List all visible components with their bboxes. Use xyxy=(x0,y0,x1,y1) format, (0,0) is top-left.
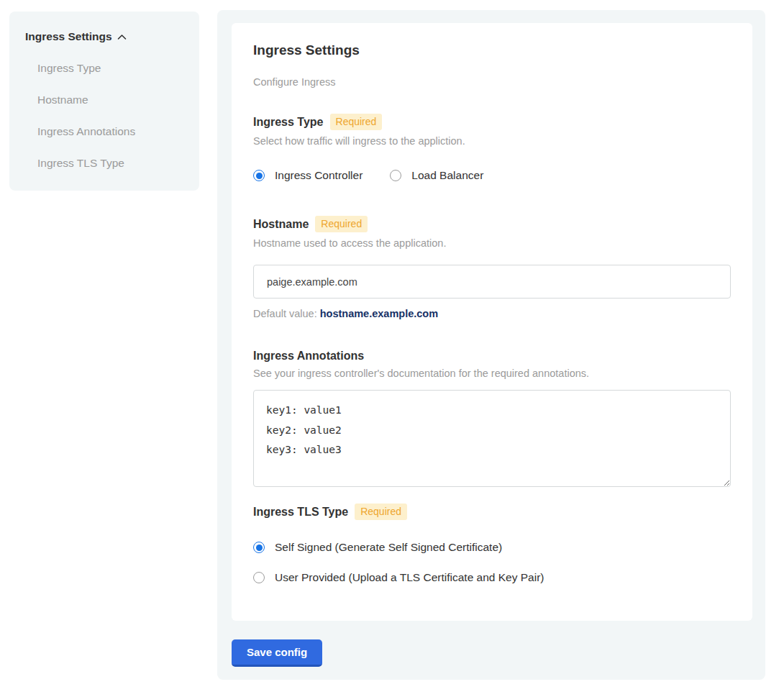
ingress-settings-card: Ingress Settings Configure Ingress Ingre… xyxy=(232,23,752,621)
sidebar-item-ingress-type[interactable]: Ingress Type xyxy=(25,62,183,75)
tls-type-radio-group: Self Signed (Generate Self Signed Certif… xyxy=(253,541,731,584)
sidebar-group-ingress-settings[interactable]: Ingress Settings xyxy=(25,30,183,43)
radio-self-signed[interactable]: Self Signed (Generate Self Signed Certif… xyxy=(253,541,731,554)
chevron-up-icon xyxy=(117,33,127,40)
ingress-annotations-textarea[interactable]: key1: value1 key2: value2 key3: value3 xyxy=(253,390,731,487)
config-nav-sidebar: Ingress Settings Ingress Type Hostname I… xyxy=(9,12,199,191)
required-badge: Required xyxy=(315,216,368,232)
section-label-ingress-annotations: Ingress Annotations xyxy=(253,350,364,363)
radio-label: Load Balancer xyxy=(411,169,483,182)
help-text-hostname: Hostname used to access the application. xyxy=(253,237,731,249)
sidebar-item-ingress-annotations[interactable]: Ingress Annotations xyxy=(25,125,183,138)
radio-selected-icon xyxy=(253,542,265,553)
config-main-panel: Ingress Settings Configure Ingress Ingre… xyxy=(217,10,765,680)
hostname-input[interactable] xyxy=(253,265,731,299)
radio-load-balancer[interactable]: Load Balancer xyxy=(390,169,483,182)
required-badge: Required xyxy=(330,114,383,130)
ingress-type-radio-group: Ingress Controller Load Balancer xyxy=(253,169,731,182)
default-value-prefix: Default value: xyxy=(253,308,320,319)
radio-selected-icon xyxy=(253,170,265,181)
radio-label: User Provided (Upload a TLS Certificate … xyxy=(275,571,544,584)
save-config-button[interactable]: Save config xyxy=(232,639,322,667)
sidebar-item-hostname[interactable]: Hostname xyxy=(25,94,183,106)
radio-user-provided[interactable]: User Provided (Upload a TLS Certificate … xyxy=(253,571,731,584)
sidebar-item-list: Ingress Type Hostname Ingress Annotation… xyxy=(25,62,183,170)
radio-unselected-icon xyxy=(253,572,265,583)
page-title: Ingress Settings xyxy=(253,42,731,58)
section-label-ingress-tls-type: Ingress TLS Type xyxy=(253,506,348,519)
default-value-text: hostname.example.com xyxy=(320,308,438,319)
section-label-hostname: Hostname xyxy=(253,218,309,231)
help-text-ingress-type: Select how traffic will ingress to the a… xyxy=(253,135,731,147)
help-text-ingress-annotations: See your ingress controller's documentat… xyxy=(253,368,731,379)
required-badge: Required xyxy=(355,504,407,520)
radio-label: Ingress Controller xyxy=(275,169,363,182)
radio-label: Self Signed (Generate Self Signed Certif… xyxy=(275,541,502,554)
hostname-default-value-line: Default value: hostname.example.com xyxy=(253,308,731,319)
section-ingress-type: Ingress Type Required Select how traffic… xyxy=(253,114,731,182)
radio-unselected-icon xyxy=(390,170,401,181)
radio-ingress-controller[interactable]: Ingress Controller xyxy=(253,169,363,182)
sidebar-item-ingress-tls-type[interactable]: Ingress TLS Type xyxy=(25,157,183,170)
section-hostname: Hostname Required Hostname used to acces… xyxy=(253,216,731,319)
section-ingress-tls-type: Ingress TLS Type Required Self Signed (G… xyxy=(253,504,731,584)
sidebar-group-label: Ingress Settings xyxy=(25,30,112,43)
section-ingress-annotations: Ingress Annotations See your ingress con… xyxy=(253,350,731,487)
page-subtitle: Configure Ingress xyxy=(253,76,731,88)
section-label-ingress-type: Ingress Type xyxy=(253,116,324,129)
